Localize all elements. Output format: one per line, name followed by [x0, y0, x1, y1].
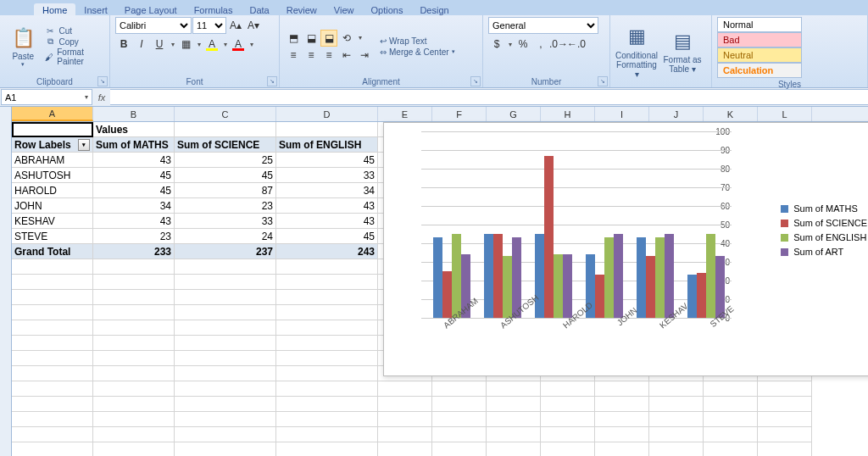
cell[interactable]: [93, 336, 175, 351]
cell[interactable]: [93, 305, 175, 320]
cell[interactable]: [704, 412, 758, 427]
cell[interactable]: [12, 305, 93, 320]
cell[interactable]: 24: [175, 229, 276, 244]
paste-button[interactable]: 📋Paste▾: [5, 25, 41, 68]
cell[interactable]: [649, 427, 704, 442]
align-top-button[interactable]: ⬒: [285, 30, 302, 47]
cell[interactable]: [276, 290, 378, 305]
cell[interactable]: [93, 275, 175, 290]
cell[interactable]: [758, 412, 812, 427]
cell[interactable]: [175, 412, 276, 427]
cell[interactable]: 243: [276, 244, 378, 259]
bold-button[interactable]: B: [115, 36, 132, 53]
italic-button[interactable]: I: [133, 36, 150, 53]
cell[interactable]: 43: [93, 153, 175, 168]
cell[interactable]: [704, 442, 758, 456]
align-bottom-button[interactable]: ⬓: [320, 30, 337, 47]
cell[interactable]: [93, 397, 175, 412]
cell[interactable]: KESHAV: [12, 214, 93, 229]
cell[interactable]: [175, 351, 276, 366]
cell[interactable]: [432, 397, 487, 412]
format-as-table-button[interactable]: ▤Format asTable ▾: [661, 28, 704, 74]
cell[interactable]: 34: [93, 198, 175, 214]
tab-page-layout[interactable]: Page Layout: [116, 3, 186, 15]
cell[interactable]: ABRAHAM: [12, 153, 93, 168]
cell[interactable]: 45: [93, 168, 175, 183]
cell[interactable]: [378, 442, 432, 456]
tab-formulas[interactable]: Formulas: [186, 3, 242, 15]
tab-options[interactable]: Options: [362, 3, 411, 15]
cell[interactable]: [12, 412, 93, 427]
cell[interactable]: [276, 351, 378, 366]
cell[interactable]: [12, 290, 93, 305]
cell[interactable]: [12, 427, 93, 442]
col-header-K[interactable]: K: [704, 107, 758, 121]
wrap-text-button[interactable]: ↩Wrap Text: [380, 36, 455, 46]
cell[interactable]: [595, 381, 649, 397]
font-color-button[interactable]: A: [230, 36, 247, 53]
cell[interactable]: 45: [276, 153, 378, 168]
cell[interactable]: [541, 381, 595, 397]
merge-center-button[interactable]: ⇔Merge & Center▾: [380, 47, 455, 57]
cell[interactable]: [541, 412, 595, 427]
tab-home[interactable]: Home: [34, 3, 75, 15]
cell[interactable]: [276, 412, 378, 427]
cell[interactable]: 33: [175, 214, 276, 229]
cell[interactable]: [595, 442, 649, 456]
cell[interactable]: [276, 442, 378, 456]
cell[interactable]: [276, 122, 378, 137]
cell[interactable]: [432, 442, 487, 456]
cell[interactable]: [93, 290, 175, 305]
cell[interactable]: [595, 412, 649, 427]
col-header-H[interactable]: H: [541, 107, 595, 121]
cell[interactable]: [175, 305, 276, 320]
number-launcher[interactable]: ↘: [598, 76, 608, 86]
grow-font-button[interactable]: A▴: [227, 17, 244, 34]
cell[interactable]: [758, 442, 812, 456]
font-launcher[interactable]: ↘: [267, 76, 277, 86]
cell[interactable]: [649, 412, 704, 427]
cell[interactable]: 43: [276, 198, 378, 214]
col-header-D[interactable]: D: [276, 107, 378, 121]
cell[interactable]: Sum of ENGLISH: [276, 137, 378, 153]
comma-button[interactable]: ,: [532, 36, 549, 53]
style-calculation[interactable]: Calculation: [717, 63, 802, 78]
cell[interactable]: [432, 427, 487, 442]
cell[interactable]: [175, 290, 276, 305]
cell[interactable]: [175, 259, 276, 275]
cell[interactable]: [704, 397, 758, 412]
font-size-select[interactable]: 11: [192, 17, 226, 34]
dec-indent-button[interactable]: ⇤: [338, 47, 355, 64]
border-button[interactable]: ▦: [177, 36, 194, 53]
row-headers[interactable]: [0, 107, 12, 456]
col-header-J[interactable]: J: [649, 107, 704, 121]
cell[interactable]: [595, 397, 649, 412]
cell[interactable]: HAROLD: [12, 183, 93, 198]
fill-color-button[interactable]: A: [203, 36, 220, 53]
cell[interactable]: [12, 381, 93, 397]
col-header-F[interactable]: F: [432, 107, 487, 121]
cell[interactable]: [175, 320, 276, 336]
cell[interactable]: [276, 366, 378, 381]
underline-button[interactable]: U: [151, 36, 168, 53]
cell[interactable]: 45: [276, 229, 378, 244]
cell[interactable]: [93, 366, 175, 381]
name-box[interactable]: A1▾: [1, 89, 92, 105]
cell[interactable]: [175, 381, 276, 397]
cell[interactable]: 87: [175, 183, 276, 198]
format-painter-button[interactable]: 🖌Format Painter: [44, 47, 104, 66]
cell[interactable]: [175, 397, 276, 412]
cell[interactable]: [12, 351, 93, 366]
cell[interactable]: [276, 320, 378, 336]
cell[interactable]: [175, 366, 276, 381]
cell[interactable]: [93, 320, 175, 336]
clipboard-launcher[interactable]: ↘: [97, 76, 108, 86]
cell[interactable]: [758, 381, 812, 397]
col-header-C[interactable]: C: [175, 107, 276, 121]
col-header-L[interactable]: L: [758, 107, 812, 121]
cell[interactable]: [175, 336, 276, 351]
cell[interactable]: Grand Total: [12, 244, 93, 259]
cell[interactable]: [12, 366, 93, 381]
tab-insert[interactable]: Insert: [75, 3, 116, 15]
number-format-select[interactable]: General: [488, 17, 598, 34]
